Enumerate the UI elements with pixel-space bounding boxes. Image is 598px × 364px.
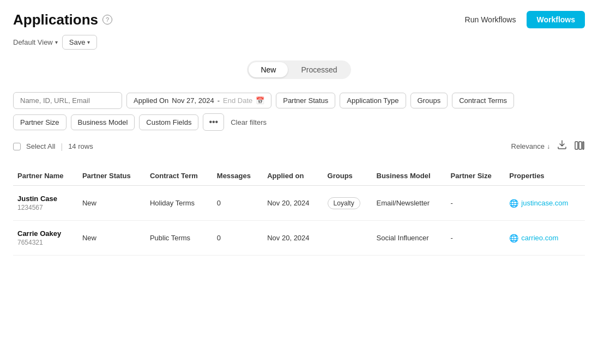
chevron-down-icon: ▾	[55, 39, 58, 45]
col-applied-on: Applied on	[263, 166, 323, 186]
table-row[interactable]: Carrie Oakey 7654321 New Public Terms 0 …	[13, 221, 585, 256]
clear-filters-button[interactable]: Clear filters	[228, 115, 269, 130]
select-all-checkbox[interactable]	[13, 143, 21, 150]
help-icon[interactable]: ?	[102, 15, 112, 25]
groups	[323, 221, 372, 256]
application-type-label: Application Type	[347, 96, 398, 105]
save-button[interactable]: Save ▾	[62, 35, 98, 50]
applied-on-label: Applied On	[134, 96, 168, 105]
svg-rect-0	[575, 142, 578, 149]
website-link[interactable]: 🌐 justincase.com	[509, 199, 581, 208]
globe-icon: 🌐	[509, 199, 518, 208]
page-title: Applications	[13, 11, 98, 28]
svg-rect-2	[583, 142, 584, 149]
applied-on-filter[interactable]: Applied On Nov 27, 2024 - End Date 📅	[126, 93, 271, 108]
row-count: 14 rows	[68, 142, 93, 150]
messages: 0	[213, 186, 263, 221]
tabs-container: New Processed	[247, 60, 351, 79]
group-tag: Loyalty	[328, 197, 360, 209]
save-label: Save	[69, 38, 86, 46]
business-model: Social Influencer	[372, 221, 446, 256]
col-partner-size: Partner Size	[446, 166, 505, 186]
partner-status: New	[78, 186, 146, 221]
more-filters-button[interactable]: •••	[203, 113, 224, 131]
partner-size: -	[446, 186, 505, 221]
partner-status-label: Partner Status	[283, 96, 328, 105]
messages: 0	[213, 221, 263, 256]
col-business-model: Business Model	[372, 166, 446, 186]
table-row[interactable]: Justin Case 1234567 New Holiday Terms 0 …	[13, 186, 585, 221]
groups: Loyalty	[323, 186, 372, 221]
business-model: Email/Newsletter	[372, 186, 446, 221]
business-model-filter[interactable]: Business Model	[71, 114, 135, 130]
search-input[interactable]	[13, 92, 122, 109]
applications-table: Partner Name Partner Status Contract Ter…	[13, 166, 585, 256]
export-icon[interactable]	[557, 139, 567, 153]
contract-term: Holiday Terms	[146, 186, 213, 221]
filters-area: Applied On Nov 27, 2024 - End Date 📅 Par…	[13, 92, 585, 131]
contract-terms-filter[interactable]: Contract Terms	[452, 93, 514, 108]
save-chevron-icon: ▾	[87, 39, 90, 45]
col-properties: Properties	[505, 166, 585, 186]
col-messages: Messages	[213, 166, 263, 186]
sort-icon: ↓	[547, 143, 550, 150]
applied-on-end: End Date	[223, 96, 252, 105]
default-view-label: Default View	[13, 38, 53, 46]
properties[interactable]: 🌐 justincase.com	[505, 186, 585, 221]
custom-fields-label: Custom Fields	[146, 118, 191, 126]
col-partner-status: Partner Status	[78, 166, 146, 186]
partner-name: Justin Case	[17, 195, 74, 203]
tab-new[interactable]: New	[249, 62, 288, 77]
website-text: carrieo.com	[521, 234, 558, 242]
partner-size-label: Partner Size	[20, 118, 59, 126]
columns-icon[interactable]	[574, 140, 585, 153]
application-type-filter[interactable]: Application Type	[340, 93, 406, 108]
col-contract-term: Contract Term	[146, 166, 213, 186]
controls-separator: |	[61, 142, 63, 151]
relevance-label: Relevance	[511, 142, 545, 150]
groups-filter[interactable]: Groups	[410, 93, 448, 108]
workflows-button[interactable]: Workflows	[527, 11, 585, 28]
col-groups: Groups	[323, 166, 372, 186]
calendar-icon: 📅	[256, 96, 264, 105]
tab-processed[interactable]: Processed	[289, 62, 349, 77]
globe-icon: 🌐	[509, 234, 518, 242]
date-separator: -	[218, 96, 220, 105]
groups-label: Groups	[418, 96, 441, 105]
applied-on: Nov 20, 2024	[263, 221, 323, 256]
run-workflows-button[interactable]: Run Workflows	[460, 12, 522, 27]
partner-id: 1234567	[17, 204, 74, 211]
applied-on: Nov 20, 2024	[263, 186, 323, 221]
business-model-label: Business Model	[78, 118, 128, 126]
partner-size-filter[interactable]: Partner Size	[13, 114, 67, 130]
contract-terms-label: Contract Terms	[459, 96, 507, 105]
default-view-dropdown[interactable]: Default View ▾	[13, 38, 58, 46]
website-link[interactable]: 🌐 carrieo.com	[509, 234, 581, 242]
relevance-sort[interactable]: Relevance ↓	[511, 142, 550, 150]
svg-rect-1	[579, 142, 582, 149]
partner-id: 7654321	[17, 239, 74, 246]
partner-name: Carrie Oakey	[17, 229, 74, 238]
partner-size: -	[446, 221, 505, 256]
select-all-label[interactable]: Select All	[26, 142, 55, 150]
partner-status: New	[78, 221, 146, 256]
col-partner-name: Partner Name	[13, 166, 78, 186]
partner-status-filter[interactable]: Partner Status	[276, 93, 335, 108]
properties[interactable]: 🌐 carrieo.com	[505, 221, 585, 256]
contract-term: Public Terms	[146, 221, 213, 256]
website-text: justincase.com	[521, 199, 568, 207]
custom-fields-filter[interactable]: Custom Fields	[139, 114, 198, 130]
applied-on-start: Nov 27, 2024	[172, 96, 214, 105]
